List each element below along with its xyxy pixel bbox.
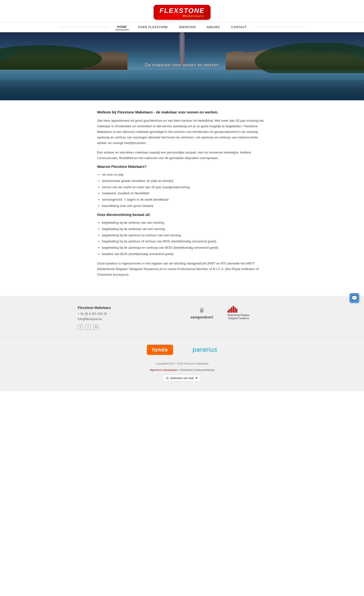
nrvt-bar-2 (229, 309, 231, 313)
list-item: begeleiding bij de aankoop van een wonin… (102, 226, 267, 232)
funda-logo: funda (147, 345, 173, 355)
closing-paragraph: Onze taxateur is ingeschreven in het reg… (97, 261, 267, 278)
footer-contact: Flexstone Makelaars + 31 (0) 6 201 103 1… (78, 306, 144, 330)
main-nav: HOME OVER FLEXSTONE DIENSTEN NIEUWS CONT… (0, 22, 364, 32)
footer-brands: funda pararius (78, 342, 286, 360)
nrvt-line2: Vastgoed Taxateurs (228, 317, 250, 320)
logo[interactable]: FLEXSTONE Makelaars (154, 5, 210, 20)
language-selector[interactable]: G Selecteer een taal ▼ (5, 372, 359, 386)
list-item: kennis van de markt en meer dan 20 jaar … (102, 184, 267, 190)
vastgoedcert-label: vastgoedcert (190, 315, 213, 319)
social-email[interactable]: ✉ (93, 324, 99, 330)
list-item: aantoonbaar goede resultaten (in prijs e… (102, 178, 267, 184)
footer-links: Algemene voorwaarden • Disclaimer/ priva… (5, 367, 359, 372)
footer-email: info@flexstone.nu (78, 316, 144, 322)
google-translate-icon: G (166, 376, 169, 380)
list-item: servicegericht, 7 dagen in de week berei… (102, 196, 267, 203)
nav-line-left (59, 27, 108, 27)
footer-link-voorwaarden[interactable]: Algemene voorwaarden (150, 368, 178, 371)
intro-paragraph-2: Een actieve en betrokken makelaar waarbi… (97, 150, 267, 161)
list-item: begeleiding bij de aanhuur en verhuur va… (102, 232, 267, 238)
why-title: Waarom Flexstone Makelaars? (97, 165, 267, 169)
nrvt-logo: Nederlands Register Vastgoed Taxateurs (228, 306, 250, 320)
site-footer: Flexstone Makelaars + 31 (0) 6 201 103 1… (0, 296, 364, 391)
footer-company-name: Flexstone Makelaars (78, 306, 144, 310)
site-header: FLEXSTONE Makelaars (0, 0, 364, 22)
list-item: no cure no pay (102, 171, 267, 178)
hero-tagline: De makelaar voor wonen en werken (145, 63, 219, 68)
list-item: begeleiding bij de aanhuur of verhuur va… (102, 238, 267, 245)
list-item: begeleiding bij de aankoop en verkoop va… (102, 245, 267, 251)
list-item: maatwerk, kwaliteit en flexibiliteit (102, 190, 267, 196)
logo-sub-text: Makelaars (159, 14, 205, 18)
nrvt-bar-5 (234, 307, 236, 313)
hero-tower (179, 36, 185, 65)
chat-icon: 💬 (351, 295, 357, 301)
hero-water (0, 70, 364, 100)
list-item: beschikking over een groot netwerk (102, 203, 267, 209)
logo-main-text: FLEXSTONE (159, 7, 205, 14)
nrvt-bar-4 (233, 306, 234, 313)
list-item: begeleiding bij de verkoop van een wonin… (102, 220, 267, 226)
footer-logos: ♛ vastgoedcert Nederlands Register (154, 306, 286, 320)
why-list: no cure no pay aantoonbaar goede resulta… (97, 171, 267, 209)
hero-tower-top (179, 32, 185, 36)
main-content: Welkom bij Flexstone Makelaars - de make… (0, 100, 364, 296)
nrvt-line1: Nederlands Register (228, 314, 250, 317)
list-item: taxaties van BOG (bedrijfsmatig onroeren… (102, 251, 267, 257)
nav-contact[interactable]: CONTACT (229, 25, 249, 30)
nrvt-bars (228, 306, 250, 313)
nrvt-bar-6 (236, 309, 237, 313)
nrvt-bar-1 (228, 310, 229, 313)
social-twitter[interactable]: t (85, 324, 91, 330)
lang-label: Selecteer een taal (170, 376, 194, 380)
footer-phone: + 31 (0) 6 201 103 18 (78, 311, 144, 317)
hero-section: De makelaar voor wonen en werken (0, 32, 364, 100)
lang-chevron-icon: ▼ (195, 376, 198, 380)
crown-icon: ♛ (190, 306, 213, 314)
social-facebook[interactable]: f (78, 324, 83, 330)
vastgoedcert-logo: ♛ vastgoedcert (190, 306, 213, 319)
nav-diensten[interactable]: DIENSTEN (177, 25, 198, 30)
footer-link-disclaimer: • Disclaimer/ privacyverklaring (178, 368, 214, 371)
nav-line-right (256, 27, 305, 27)
chat-button[interactable]: 💬 (349, 293, 359, 303)
welcome-title: Welkom bij Flexstone Makelaars - de make… (97, 110, 267, 114)
pararius-logo: pararius (192, 346, 217, 353)
nrvt-bar-3 (231, 307, 232, 313)
intro-paragraph-1: Van klein appartement tot groot grachten… (97, 118, 267, 146)
nav-home[interactable]: HOME (115, 24, 129, 30)
dienst-title: Onze dienstverlening bestaat uit: (97, 213, 267, 217)
nav-nieuws[interactable]: NIEUWS (205, 25, 222, 30)
lang-dropdown[interactable]: G Selecteer een taal ▼ (163, 375, 201, 382)
nav-over-flexstone[interactable]: OVER FLEXSTONE (136, 25, 170, 30)
dienst-list: begeleiding bij de verkoop van een wonin… (97, 220, 267, 257)
footer-copyright: Copyright©2014 - 2024 Flexstone Makelaar… (5, 360, 359, 367)
